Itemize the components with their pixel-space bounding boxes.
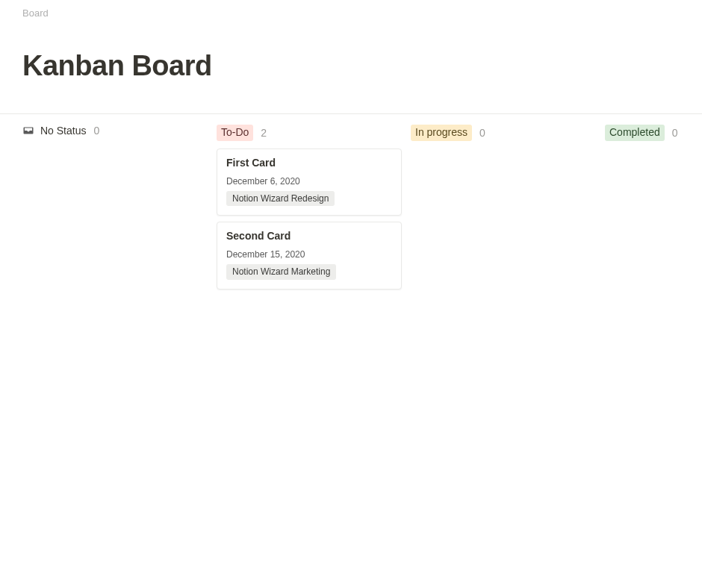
- column-header-no-status[interactable]: No Status0: [22, 125, 208, 137]
- column-header-completed[interactable]: Completed0: [605, 125, 680, 141]
- card-title: Second Card: [226, 230, 392, 242]
- breadcrumb[interactable]: Board: [22, 0, 680, 22]
- column-count: 0: [93, 125, 99, 137]
- column-count: 0: [479, 127, 485, 139]
- column-label: In progress: [411, 125, 472, 141]
- column-label: Completed: [605, 125, 665, 141]
- card-tag: Notion Wizard Redesign: [226, 191, 335, 207]
- kanban-board: No Status0To-Do2First CardDecember 6, 20…: [22, 114, 680, 295]
- kanban-card[interactable]: First CardDecember 6, 2020Notion Wizard …: [217, 148, 402, 216]
- column-count: 0: [672, 127, 678, 139]
- column-to-do: To-Do2First CardDecember 6, 2020Notion W…: [217, 125, 402, 295]
- card-date: December 15, 2020: [226, 249, 392, 260]
- inbox-icon: [22, 125, 34, 137]
- column-label: No Status: [40, 125, 86, 137]
- column-in-progress: In progress0: [411, 125, 596, 295]
- column-completed: Completed0: [605, 125, 680, 295]
- column-label: To-Do: [217, 125, 253, 141]
- page-title: Kanban Board: [22, 50, 680, 82]
- card-date: December 6, 2020: [226, 176, 392, 187]
- column-count: 2: [261, 127, 267, 139]
- column-header-in-progress[interactable]: In progress0: [411, 125, 596, 141]
- card-tag: Notion Wizard Marketing: [226, 264, 336, 280]
- column-header-to-do[interactable]: To-Do2: [217, 125, 402, 141]
- card-title: First Card: [226, 157, 392, 169]
- column-no-status: No Status0: [22, 125, 208, 295]
- kanban-card[interactable]: Second CardDecember 15, 2020Notion Wizar…: [217, 222, 402, 290]
